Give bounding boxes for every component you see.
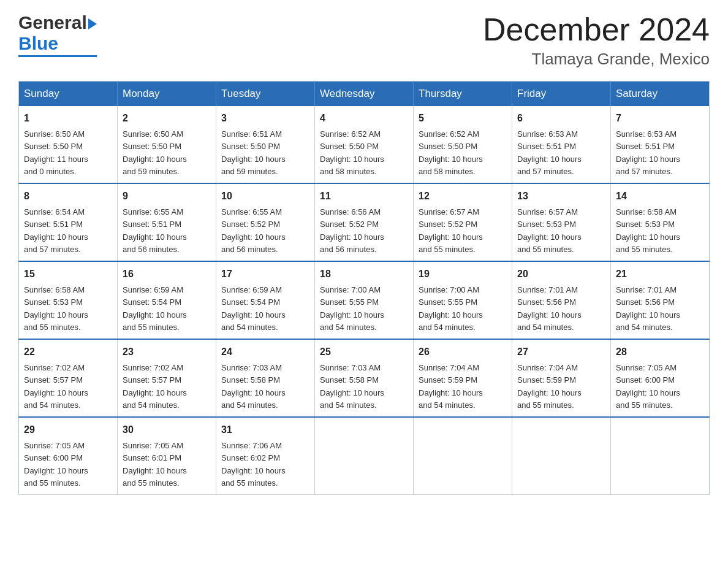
day-number: 31 <box>221 423 309 437</box>
calendar-cell-w5-d2: 31 Sunrise: 7:06 AMSunset: 6:02 PMDaylig… <box>216 417 315 495</box>
calendar-week-5: 29 Sunrise: 7:05 AMSunset: 6:00 PMDaylig… <box>19 417 710 495</box>
calendar-cell-w5-d3 <box>315 417 414 495</box>
day-number: 22 <box>24 345 112 359</box>
calendar-cell-w3-d0: 15 Sunrise: 6:58 AMSunset: 5:53 PMDaylig… <box>19 261 118 339</box>
day-info: Sunrise: 6:52 AMSunset: 5:50 PMDaylight:… <box>320 129 384 176</box>
calendar-title: December 2024 <box>483 12 710 47</box>
day-info: Sunrise: 6:58 AMSunset: 5:53 PMDaylight:… <box>616 207 680 254</box>
logo-arrow-icon <box>88 18 97 29</box>
day-number: 15 <box>24 267 112 282</box>
day-number: 10 <box>221 189 309 204</box>
day-number: 2 <box>123 111 211 126</box>
day-number: 3 <box>221 111 309 126</box>
day-number: 25 <box>320 345 408 359</box>
day-info: Sunrise: 6:58 AMSunset: 5:53 PMDaylight:… <box>24 285 88 332</box>
day-info: Sunrise: 7:00 AMSunset: 5:55 PMDaylight:… <box>320 285 384 332</box>
calendar-cell-w1-d6: 7 Sunrise: 6:53 AMSunset: 5:51 PMDayligh… <box>611 106 710 183</box>
day-info: Sunrise: 7:03 AMSunset: 5:58 PMDaylight:… <box>221 363 286 410</box>
day-number: 17 <box>221 267 309 282</box>
day-number: 7 <box>616 111 704 126</box>
day-info: Sunrise: 7:04 AMSunset: 5:59 PMDaylight:… <box>517 363 582 410</box>
day-info: Sunrise: 7:05 AMSunset: 6:01 PMDaylight:… <box>123 441 187 488</box>
calendar-cell-w2-d4: 12 Sunrise: 6:57 AMSunset: 5:52 PMDaylig… <box>414 183 512 261</box>
day-info: Sunrise: 6:50 AMSunset: 5:50 PMDaylight:… <box>24 129 88 176</box>
day-number: 28 <box>616 345 704 359</box>
calendar-cell-w2-d5: 13 Sunrise: 6:57 AMSunset: 5:53 PMDaylig… <box>512 183 611 261</box>
day-number: 6 <box>517 111 605 126</box>
calendar-cell-w3-d2: 17 Sunrise: 6:59 AMSunset: 5:54 PMDaylig… <box>216 261 315 339</box>
col-wednesday: Wednesday <box>315 82 414 107</box>
calendar-cell-w5-d4 <box>414 417 512 495</box>
day-info: Sunrise: 7:05 AMSunset: 6:00 PMDaylight:… <box>24 441 88 488</box>
day-info: Sunrise: 6:59 AMSunset: 5:54 PMDaylight:… <box>221 285 286 332</box>
calendar-cell-w3-d1: 16 Sunrise: 6:59 AMSunset: 5:54 PMDaylig… <box>118 261 216 339</box>
day-number: 9 <box>123 189 211 204</box>
day-info: Sunrise: 6:55 AMSunset: 5:52 PMDaylight:… <box>221 207 286 254</box>
day-number: 30 <box>123 423 211 437</box>
calendar-cell-w1-d4: 5 Sunrise: 6:52 AMSunset: 5:50 PMDayligh… <box>414 106 512 183</box>
calendar-cell-w3-d5: 20 Sunrise: 7:01 AMSunset: 5:56 PMDaylig… <box>512 261 611 339</box>
calendar-week-4: 22 Sunrise: 7:02 AMSunset: 5:57 PMDaylig… <box>19 339 710 417</box>
logo: General Blue <box>18 12 97 57</box>
calendar-week-3: 15 Sunrise: 6:58 AMSunset: 5:53 PMDaylig… <box>19 261 710 339</box>
day-info: Sunrise: 6:54 AMSunset: 5:51 PMDaylight:… <box>24 207 88 254</box>
logo-line1: General <box>18 12 97 33</box>
calendar-cell-w2-d6: 14 Sunrise: 6:58 AMSunset: 5:53 PMDaylig… <box>611 183 710 261</box>
calendar-week-2: 8 Sunrise: 6:54 AMSunset: 5:51 PMDayligh… <box>19 183 710 261</box>
calendar-cell-w4-d1: 23 Sunrise: 7:02 AMSunset: 5:57 PMDaylig… <box>118 339 216 417</box>
day-number: 12 <box>419 189 507 204</box>
day-info: Sunrise: 7:01 AMSunset: 5:56 PMDaylight:… <box>517 285 582 332</box>
calendar-cell-w4-d5: 27 Sunrise: 7:04 AMSunset: 5:59 PMDaylig… <box>512 339 611 417</box>
day-number: 1 <box>24 111 112 126</box>
day-info: Sunrise: 7:01 AMSunset: 5:56 PMDaylight:… <box>616 285 680 332</box>
day-info: Sunrise: 7:06 AMSunset: 6:02 PMDaylight:… <box>221 441 286 488</box>
calendar-cell-w4-d0: 22 Sunrise: 7:02 AMSunset: 5:57 PMDaylig… <box>19 339 118 417</box>
day-number: 18 <box>320 267 408 282</box>
day-number: 5 <box>419 111 507 126</box>
calendar-cell-w4-d3: 25 Sunrise: 7:03 AMSunset: 5:58 PMDaylig… <box>315 339 414 417</box>
day-number: 13 <box>517 189 605 204</box>
col-sunday: Sunday <box>19 82 118 107</box>
calendar-subtitle: Tlamaya Grande, Mexico <box>483 50 710 69</box>
col-monday: Monday <box>118 82 216 107</box>
calendar-cell-w2-d2: 10 Sunrise: 6:55 AMSunset: 5:52 PMDaylig… <box>216 183 315 261</box>
calendar-cell-w1-d3: 4 Sunrise: 6:52 AMSunset: 5:50 PMDayligh… <box>315 106 414 183</box>
day-info: Sunrise: 6:51 AMSunset: 5:50 PMDaylight:… <box>221 129 286 176</box>
logo-blue-text: Blue <box>18 33 97 54</box>
calendar-cell-w4-d4: 26 Sunrise: 7:04 AMSunset: 5:59 PMDaylig… <box>414 339 512 417</box>
day-number: 19 <box>419 267 507 282</box>
page-header: General Blue December 2024 Tlamaya Grand… <box>18 12 710 69</box>
day-info: Sunrise: 6:59 AMSunset: 5:54 PMDaylight:… <box>123 285 187 332</box>
calendar-cell-w2-d0: 8 Sunrise: 6:54 AMSunset: 5:51 PMDayligh… <box>19 183 118 261</box>
day-number: 14 <box>616 189 704 204</box>
calendar-cell-w1-d5: 6 Sunrise: 6:53 AMSunset: 5:51 PMDayligh… <box>512 106 611 183</box>
calendar-cell-w4-d2: 24 Sunrise: 7:03 AMSunset: 5:58 PMDaylig… <box>216 339 315 417</box>
calendar-cell-w2-d3: 11 Sunrise: 6:56 AMSunset: 5:52 PMDaylig… <box>315 183 414 261</box>
day-number: 4 <box>320 111 408 126</box>
day-number: 29 <box>24 423 112 437</box>
col-tuesday: Tuesday <box>216 82 315 107</box>
calendar-cell-w3-d4: 19 Sunrise: 7:00 AMSunset: 5:55 PMDaylig… <box>414 261 512 339</box>
day-info: Sunrise: 6:56 AMSunset: 5:52 PMDaylight:… <box>320 207 384 254</box>
day-number: 20 <box>517 267 605 282</box>
day-number: 11 <box>320 189 408 204</box>
day-info: Sunrise: 7:03 AMSunset: 5:58 PMDaylight:… <box>320 363 384 410</box>
day-info: Sunrise: 6:55 AMSunset: 5:51 PMDaylight:… <box>123 207 187 254</box>
day-info: Sunrise: 7:02 AMSunset: 5:57 PMDaylight:… <box>123 363 187 410</box>
col-friday: Friday <box>512 82 611 107</box>
calendar-table: Sunday Monday Tuesday Wednesday Thursday… <box>18 81 710 495</box>
calendar-cell-w3-d3: 18 Sunrise: 7:00 AMSunset: 5:55 PMDaylig… <box>315 261 414 339</box>
day-number: 24 <box>221 345 309 359</box>
calendar-cell-w5-d1: 30 Sunrise: 7:05 AMSunset: 6:01 PMDaylig… <box>118 417 216 495</box>
calendar-cell-w5-d5 <box>512 417 611 495</box>
logo-general-text: General <box>18 12 87 33</box>
title-block: December 2024 Tlamaya Grande, Mexico <box>483 12 710 69</box>
day-info: Sunrise: 7:02 AMSunset: 5:57 PMDaylight:… <box>24 363 88 410</box>
col-thursday: Thursday <box>414 82 512 107</box>
calendar-cell-w5-d0: 29 Sunrise: 7:05 AMSunset: 6:00 PMDaylig… <box>19 417 118 495</box>
day-info: Sunrise: 7:04 AMSunset: 5:59 PMDaylight:… <box>419 363 483 410</box>
day-number: 21 <box>616 267 704 282</box>
logo-separator <box>18 55 97 57</box>
day-info: Sunrise: 6:53 AMSunset: 5:51 PMDaylight:… <box>616 129 680 176</box>
day-number: 23 <box>123 345 211 359</box>
